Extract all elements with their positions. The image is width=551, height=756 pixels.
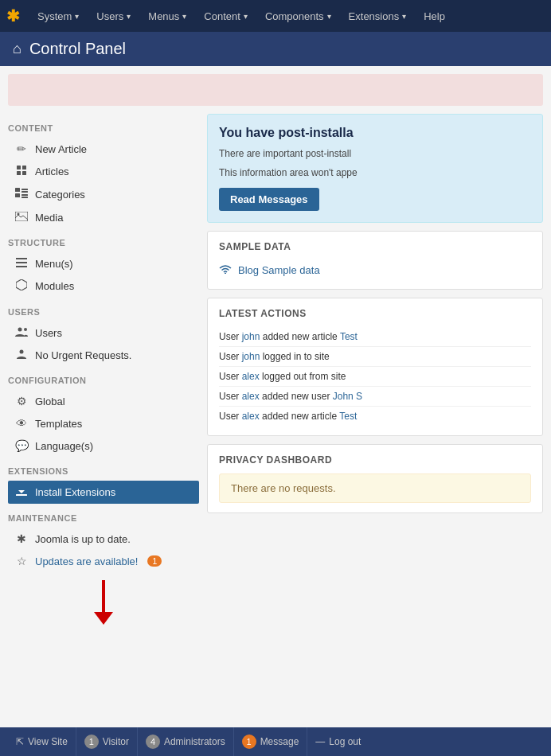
nav-menus[interactable]: Menus ▾	[140, 4, 194, 29]
statusbar-logout[interactable]: — Log out	[307, 727, 369, 756]
articles-label: Articles	[35, 166, 69, 177]
svg-rect-1	[22, 166, 26, 170]
action-target-4[interactable]: Test	[339, 411, 357, 422]
action-target-3[interactable]: John S	[333, 391, 362, 402]
visitor-label: Visitor	[103, 736, 129, 747]
no-urgent-label: No Urgent Requests.	[35, 349, 131, 361]
administrators-badge: 4	[146, 735, 160, 749]
sidebar-item-joomla-uptodate[interactable]: ✱ Joomla is up to date.	[8, 528, 199, 550]
svg-marker-15	[16, 279, 27, 290]
view-site-label: View Site	[28, 736, 68, 747]
svg-rect-9	[21, 197, 28, 198]
joomla-uptodate-label: Joomla is up to date.	[35, 533, 131, 545]
sidebar-section-maintenance: MAINTENANCE	[8, 504, 199, 528]
sidebar-item-install-extensions[interactable]: Install Extensions	[8, 481, 199, 504]
nav-system[interactable]: System ▾	[29, 4, 87, 29]
sidebar-item-global[interactable]: ⚙ Global	[8, 390, 199, 412]
svg-rect-14	[16, 266, 27, 267]
nav-extensions-arrow: ▾	[402, 12, 406, 21]
sidebar-item-menus[interactable]: Menu(s)	[8, 252, 199, 275]
privacy-dashboard-panel: PRIVACY DASHBOARD There are no requests.	[207, 444, 543, 513]
action-desc-2: logged out from site	[262, 371, 346, 382]
nav-menus-label: Menus	[148, 10, 179, 22]
svg-point-11	[18, 213, 20, 216]
updates-available-label: Updates are available!	[35, 555, 138, 567]
statusbar-visitor[interactable]: 1 Visitor	[76, 727, 138, 756]
sidebar-item-modules[interactable]: Modules	[8, 275, 199, 298]
message-label: Message	[260, 736, 299, 747]
action-user-john-0[interactable]: john	[242, 331, 260, 342]
sidebar-item-categories[interactable]: Categories	[8, 183, 199, 206]
latest-actions-title: LATEST ACTIONS	[219, 308, 531, 319]
action-target-0[interactable]: Test	[340, 331, 358, 342]
nav-components[interactable]: Components ▾	[257, 4, 339, 29]
arrow-down-icon	[94, 612, 113, 625]
action-item-4: User alex added new article Test	[219, 407, 531, 426]
sidebar-item-new-article[interactable]: ✏ New Article	[8, 138, 199, 160]
action-user-alex-0[interactable]: alex	[242, 371, 260, 382]
right-content: You have post-installa There are importa…	[207, 114, 543, 633]
read-messages-button[interactable]: Read Messages	[219, 188, 319, 211]
nav-users[interactable]: Users ▾	[88, 4, 139, 29]
categories-icon	[14, 188, 29, 201]
language-icon: 💬	[14, 439, 29, 452]
page-title: Control Panel	[29, 40, 126, 58]
privacy-dashboard-title: PRIVACY DASHBOARD	[219, 454, 531, 466]
menus-label: Menu(s)	[35, 258, 73, 270]
users-icon	[14, 326, 29, 339]
action-user-john-1[interactable]: john	[242, 351, 260, 362]
svg-rect-7	[21, 191, 28, 193]
nav-extensions-label: Extensions	[349, 10, 400, 22]
nav-users-label: Users	[96, 10, 123, 22]
privacy-no-requests: There are no requests.	[219, 473, 531, 503]
alert-bar	[8, 74, 543, 106]
sample-data-title: SAMPLE DATA	[219, 241, 531, 252]
no-urgent-icon	[14, 349, 29, 361]
action-item-0: User john added new article Test	[219, 327, 531, 347]
svg-rect-2	[17, 171, 21, 175]
statusbar-administrators[interactable]: 4 Administrators	[138, 727, 234, 756]
action-item-2: User alex logged out from site	[219, 367, 531, 387]
sidebar-section-structure: STRUCTURE	[8, 228, 199, 252]
statusbar-message[interactable]: 1 Message	[234, 727, 308, 756]
nav-extensions[interactable]: Extensions ▾	[341, 4, 415, 29]
home-icon[interactable]: ⌂	[13, 41, 21, 57]
status-bar: ⇱ View Site 1 Visitor 4 Administrators 1…	[0, 727, 551, 756]
action-desc-0: added new article	[263, 331, 340, 342]
action-user-alex-2[interactable]: alex	[242, 411, 260, 422]
action-item-3: User alex added new user John S	[219, 387, 531, 407]
nav-content[interactable]: Content ▾	[196, 4, 256, 29]
sidebar-item-no-urgent[interactable]: No Urgent Requests.	[8, 344, 199, 366]
action-text-1: User	[219, 351, 242, 362]
svg-rect-3	[22, 171, 26, 175]
header-bar: ⌂ Control Panel	[0, 32, 551, 66]
modules-icon	[14, 279, 29, 293]
eye-icon: 👁	[14, 417, 29, 430]
svg-point-18	[20, 350, 24, 354]
sidebar-item-users[interactable]: Users	[8, 321, 199, 344]
blog-sample-item[interactable]: Blog Sample data	[219, 260, 531, 279]
svg-rect-6	[21, 189, 28, 190]
blog-sample-label: Blog Sample data	[238, 264, 320, 276]
logout-icon: —	[315, 736, 325, 747]
updates-badge: 1	[147, 555, 162, 567]
templates-label: Templates	[35, 418, 82, 430]
statusbar-view-site[interactable]: ⇱ View Site	[8, 727, 76, 756]
sidebar-item-templates[interactable]: 👁 Templates	[8, 412, 199, 435]
action-user-alex-1[interactable]: alex	[242, 391, 260, 402]
action-desc-3: added new user	[262, 391, 333, 402]
action-text-4: User	[219, 411, 242, 422]
top-navigation: ✱ System ▾ Users ▾ Menus ▾ Content ▾ Com…	[0, 0, 551, 32]
sidebar-item-media[interactable]: Media	[8, 206, 199, 228]
sidebar-section-configuration: CONFIGURATION	[8, 366, 199, 390]
nav-help[interactable]: Help	[416, 4, 453, 29]
sidebar-section-extensions: EXTENSIONS	[8, 457, 199, 481]
nav-menus-arrow: ▾	[182, 12, 186, 21]
sample-data-panel: SAMPLE DATA Blog Sample data	[207, 231, 543, 290]
sidebar-item-articles[interactable]: Articles	[8, 160, 199, 183]
sidebar-item-language[interactable]: 💬 Language(s)	[8, 435, 199, 457]
categories-label: Categories	[35, 189, 85, 201]
pencil-icon: ✏	[14, 142, 29, 155]
menus-icon	[14, 257, 29, 270]
sidebar-item-updates-available[interactable]: ☆ Updates are available! 1	[8, 550, 199, 572]
